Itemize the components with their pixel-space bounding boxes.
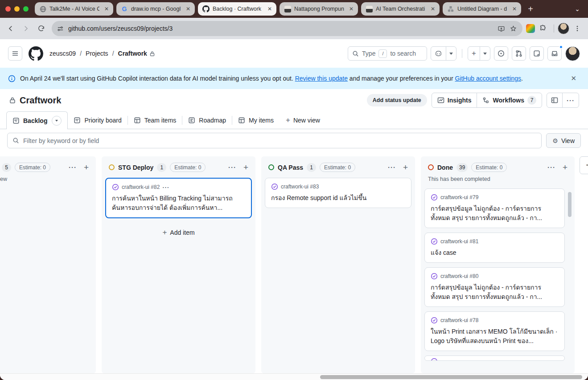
- tab-team-items[interactable]: Team items: [128, 111, 182, 129]
- issue-card[interactable]: craftwork-ui #79 การ์ดสรุปข้อมูล ไม่ถูกต…: [424, 188, 565, 228]
- url-bar[interactable]: github.com/users/zeuscs09/projects/3: [52, 21, 522, 36]
- plus-icon[interactable]: +: [468, 47, 480, 60]
- close-tab-icon[interactable]: ✕: [266, 5, 274, 13]
- issue-id[interactable]: craftwork-ui #82: [122, 184, 160, 190]
- site-settings-icon[interactable]: [57, 25, 64, 32]
- issue-title[interactable]: การ์ดสรุปข้อมูล ไม่ถูกต้อง - การ์ดรายการ…: [431, 204, 559, 223]
- issue-title[interactable]: กรอง Remote support id แล้วไม่ขึ้น: [271, 193, 405, 203]
- projects-icon[interactable]: [530, 46, 544, 61]
- add-item-icon[interactable]: +: [403, 163, 408, 172]
- github-logo-icon[interactable]: [29, 46, 43, 61]
- scrollbar-thumb[interactable]: [320, 375, 582, 379]
- tab-roadmap[interactable]: Roadmap: [182, 111, 232, 129]
- column-vertical-scrollbar[interactable]: [568, 192, 572, 371]
- bookmark-star-icon[interactable]: [510, 25, 517, 33]
- issue-title[interactable]: แจ้ง case: [431, 248, 559, 257]
- notifications-inbox[interactable]: [547, 46, 562, 61]
- project-menu-button[interactable]: ···: [562, 93, 579, 107]
- account-settings-link[interactable]: GitHub account settings: [455, 75, 521, 82]
- issue-id[interactable]: craftwork-ui #83: [281, 184, 319, 190]
- minimize-window-button[interactable]: [14, 6, 20, 12]
- tab-backlog[interactable]: Backlog: [6, 111, 68, 129]
- issue-title[interactable]: ในหน้า Print เอกสาร MEMO โลโก้มีขนาดเล็ก…: [431, 327, 559, 346]
- issue-card[interactable]: craftwork-ui #82 ··· การค้นหาในหน้า Bill…: [105, 178, 252, 218]
- close-tab-icon[interactable]: ✕: [184, 5, 192, 13]
- issue-title[interactable]: การค้นหาในหน้า Billing Tracking ไม่สามาร…: [112, 194, 245, 212]
- maximize-window-button[interactable]: [23, 6, 29, 12]
- card-menu-icon[interactable]: ···: [162, 184, 169, 191]
- search-input[interactable]: Type / to search: [348, 46, 427, 61]
- breadcrumb-user[interactable]: zeuscs09: [49, 50, 76, 57]
- issue-card[interactable]: craftwork-ui #80 การ์ดสรุปข้อมูล ไม่ถูกต…: [424, 267, 565, 307]
- column-menu-icon[interactable]: ···: [69, 163, 77, 171]
- banner-close-icon[interactable]: ✕: [567, 73, 580, 84]
- issue-id[interactable]: craftwork-ui #81: [440, 238, 478, 245]
- pull-requests-icon[interactable]: [512, 46, 526, 61]
- copilot-dropdown-caret[interactable]: [446, 47, 456, 60]
- new-view-button[interactable]: + New view: [280, 111, 326, 129]
- review-update-link[interactable]: Review this update: [295, 75, 348, 82]
- filter-input[interactable]: Filter by keyword or by field: [7, 133, 542, 148]
- reload-icon[interactable]: [34, 21, 48, 36]
- breadcrumb-projects[interactable]: Projects: [86, 50, 108, 57]
- tab-my-items[interactable]: My items: [232, 111, 280, 129]
- close-tab-icon[interactable]: ✕: [510, 5, 518, 13]
- add-column-button[interactable]: +: [580, 156, 588, 174]
- tab-backlog-craftwork[interactable]: Backlog · Craftwork ✕: [198, 2, 276, 16]
- chrome-profile-avatar[interactable]: [558, 23, 569, 34]
- add-item-icon[interactable]: +: [563, 163, 567, 172]
- table-view-icon: [238, 117, 245, 124]
- extensions-puzzle-icon[interactable]: [536, 21, 550, 36]
- side-panel-toggle-button[interactable]: [547, 93, 562, 107]
- issue-closed-icon: [112, 184, 119, 191]
- tab-priority-board[interactable]: Priority board: [68, 111, 127, 129]
- issue-card-partial[interactable]: [424, 355, 565, 361]
- issue-title[interactable]: การ์ดสรุปข้อมูล ไม่ถูกต้อง - การ์ดรายการ…: [431, 283, 559, 302]
- back-icon[interactable]: [4, 21, 18, 36]
- traffic-lights: [5, 6, 29, 12]
- issue-closed-icon: [431, 194, 438, 201]
- issues-icon[interactable]: [494, 46, 508, 61]
- close-window-button[interactable]: [5, 6, 11, 12]
- user-avatar[interactable]: [565, 46, 580, 61]
- google-icon: G: [121, 5, 128, 12]
- issue-id[interactable]: craftwork-ui #79: [440, 194, 478, 200]
- create-dropdown-caret[interactable]: [480, 47, 490, 60]
- tab-talk2me[interactable]: Talk2Me - AI Voice C ✕: [35, 2, 113, 16]
- forward-icon[interactable]: [19, 21, 33, 36]
- tab-search-chevron-icon[interactable]: ⌄: [570, 5, 584, 12]
- copilot-icon[interactable]: [431, 47, 446, 60]
- close-tab-icon[interactable]: ✕: [347, 5, 355, 13]
- close-tab-icon[interactable]: ✕: [103, 5, 111, 13]
- issue-id[interactable]: craftwork-ui #78: [440, 317, 478, 323]
- tab-nattapong[interactable]: Nattapong Prompun ✕: [280, 2, 358, 16]
- add-item-button[interactable]: + Add item: [105, 223, 252, 242]
- url-text[interactable]: github.com/users/zeuscs09/projects/3: [68, 25, 493, 32]
- view-settings-button[interactable]: ⚙ View: [546, 133, 581, 148]
- issue-card[interactable]: craftwork-ui #81 แจ้ง case: [424, 233, 565, 263]
- view-options-caret[interactable]: [52, 116, 62, 126]
- issue-closed-icon: [431, 358, 438, 361]
- issue-id[interactable]: craftwork-ui #80: [440, 273, 478, 279]
- chrome-menu-icon[interactable]: [570, 21, 584, 36]
- insights-button[interactable]: Insights: [432, 93, 477, 107]
- install-app-icon[interactable]: [498, 25, 505, 33]
- horizontal-scrollbar[interactable]: [0, 373, 588, 380]
- column-menu-icon[interactable]: ···: [388, 163, 396, 171]
- tab-drawio-search[interactable]: G draw.io mcp - Googl ✕: [116, 2, 195, 16]
- colorpicker-extension-icon[interactable]: [526, 24, 535, 33]
- add-item-icon[interactable]: +: [243, 163, 248, 172]
- tab-ai-team[interactable]: AI Team Orchestrati ✕: [361, 2, 440, 16]
- column-menu-icon[interactable]: ···: [547, 163, 555, 171]
- close-tab-icon[interactable]: ✕: [429, 5, 437, 13]
- new-tab-button[interactable]: +: [524, 3, 537, 15]
- workflows-button[interactable]: Workflows 7: [477, 93, 542, 107]
- column-menu-icon[interactable]: ···: [228, 163, 236, 171]
- add-status-update-button[interactable]: Add status update: [367, 94, 427, 106]
- hamburger-menu-icon[interactable]: [8, 46, 22, 61]
- add-item-icon[interactable]: +: [84, 163, 89, 172]
- tab-untitled-diagram[interactable]: Untitled Diagram - d ✕: [443, 2, 521, 16]
- scrollbar-thumb[interactable]: [568, 192, 572, 217]
- issue-card[interactable]: craftwork-ui #83 กรอง Remote support id …: [265, 178, 411, 208]
- issue-card[interactable]: craftwork-ui #78 ในหน้า Print เอกสาร MEM…: [424, 311, 565, 351]
